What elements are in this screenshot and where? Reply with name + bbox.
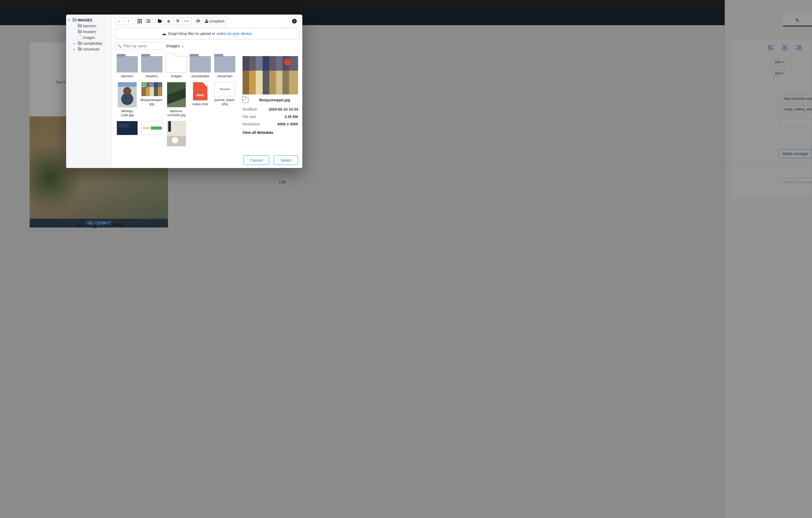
thumbnail [167,121,186,146]
tree-item-virtuemart[interactable]: ▸ virtuemart [73,46,110,52]
file-tile[interactable]: ✱Joomla! joomla_black.png [212,81,237,118]
view-group [135,17,153,25]
grid-icon [138,19,142,23]
new-folder-button[interactable] [155,17,164,25]
file-tile[interactable]: html index.html [188,81,212,118]
file-name: 9boqxzeeqqm.jpg [140,98,163,106]
file-name: index.html [192,102,208,110]
meta-value: 6000 x 4000 [278,122,298,126]
unsplash-icon [205,20,208,23]
grid-view-button[interactable] [135,17,144,25]
folder-tile[interactable]: banners [116,55,139,79]
check-icon: ✓ [141,82,146,87]
thumbnail: ✱Joomla! [214,82,235,96]
media-manager-modal: ▾ IMAGES banners headers images ▸ [66,15,302,168]
folder-icon [141,56,163,73]
breadcrumb-label: Images [166,44,180,49]
thumbnail [117,121,138,135]
thumbnail [167,82,186,107]
dropzone-link[interactable]: select on your device. [216,31,252,36]
tree-label: virtuemart [83,47,99,51]
meta-row: File size 3.45 Mb [242,113,298,120]
tree-item-sampledata[interactable]: ▸ sampledata [73,40,110,46]
upload-dropzone[interactable]: Drag'n'drop files to upload or select on… [115,28,299,39]
grid-scroll[interactable]: banners headers images sampledata [115,52,239,152]
filter-box [115,42,163,50]
trash-icon [167,19,170,23]
unsplash-button[interactable]: Unsplash [203,17,227,25]
meta-label: File size [242,115,256,119]
caret-right-icon: ▸ [74,42,77,45]
info-icon [292,19,297,24]
file-tile[interactable]: 48b4qq-1upk.jpg [116,81,139,118]
file-tile[interactable] [165,120,188,152]
preview-image [242,56,298,94]
folder-tile[interactable]: virtuemart [212,55,237,79]
meta-value: 2024-02-10 14:24 [269,107,298,111]
refresh-icon [196,18,200,24]
select-button[interactable]: Select [274,155,298,165]
more-button[interactable] [182,17,192,25]
filter-row: Images [112,42,302,52]
tree-label: headers [83,30,96,34]
thumbnail [118,82,137,107]
toolbar: Unsplash [112,15,302,28]
folder-tile[interactable]: headers [139,55,164,79]
folder-icon [190,56,211,73]
tree-root[interactable]: ▾ IMAGES [68,17,110,23]
tree-item-images[interactable]: images [73,35,110,40]
info-button[interactable] [290,17,299,25]
folder-name: banners [121,74,134,78]
folder-icon [117,56,138,73]
cloud-upload-icon [162,31,166,36]
arrow-left-icon [117,19,122,24]
view-all-metadata[interactable]: View all Metadata [242,131,298,135]
tree-root-label: IMAGES [78,18,92,22]
file-title-row: 9boqxzeeqqm.jpg [242,97,298,103]
caret-down-icon: ▾ [68,19,71,22]
folder-icon [78,24,82,28]
file-name: 48b4qq-1upk.jpg [117,109,138,117]
list-view-button[interactable] [144,17,153,25]
main-pane: Unsplash Drag'n'drop files to upload or … [112,15,302,168]
up-button[interactable] [124,17,133,25]
breadcrumb[interactable]: Images [166,43,183,49]
meta-label: Modified [242,107,257,111]
folder-name: virtuemart [217,74,232,78]
tree-item-banners[interactable]: banners [73,23,110,29]
content-row: banners headers images sampledata [115,52,299,152]
folder-icon [158,20,162,23]
folder-name: sampledata [191,74,209,78]
filter-input[interactable] [123,44,170,48]
meta-row: Resolution 6000 x 4000 [242,120,298,128]
folder-tile[interactable]: sampledata [188,55,212,79]
sort-button[interactable] [173,17,182,25]
folder-name: images [171,74,182,78]
source-group: Unsplash [194,17,227,25]
back-button[interactable] [115,17,124,25]
file-tile[interactable] [116,120,139,152]
tree-item-headers[interactable]: headers [73,29,110,35]
folder-open-icon [166,56,187,73]
list-icon [147,20,150,23]
dots-icon [184,19,190,23]
cancel-button[interactable]: Cancel [243,155,269,165]
file-tile[interactable]: Joomla! [139,120,164,152]
filter-icon [176,20,179,23]
folder-tile[interactable]: images [165,55,188,79]
copy-icon[interactable] [242,97,249,103]
folder-icon [78,30,82,33]
file-tile[interactable]: dantovo-uschelie.jpg [165,81,188,118]
thumbnail: ✓ [141,82,163,96]
preview-filename: 9boqxzeeqqm.jpg [251,98,298,102]
refresh-button[interactable] [194,17,203,25]
meta-label: Resolution [242,122,260,126]
delete-button[interactable] [164,17,173,25]
caret-right-icon: ▸ [74,48,77,51]
folder-icon [214,56,235,73]
meta-row: Modified 2024-02-10 14:24 [242,106,298,113]
tree-label: images [83,35,95,40]
file-tile-selected[interactable]: ✓ 9boqxzeeqqm.jpg [139,81,164,118]
meta-value: 3.45 Mb [285,115,298,119]
html-file-icon: html [193,82,208,100]
